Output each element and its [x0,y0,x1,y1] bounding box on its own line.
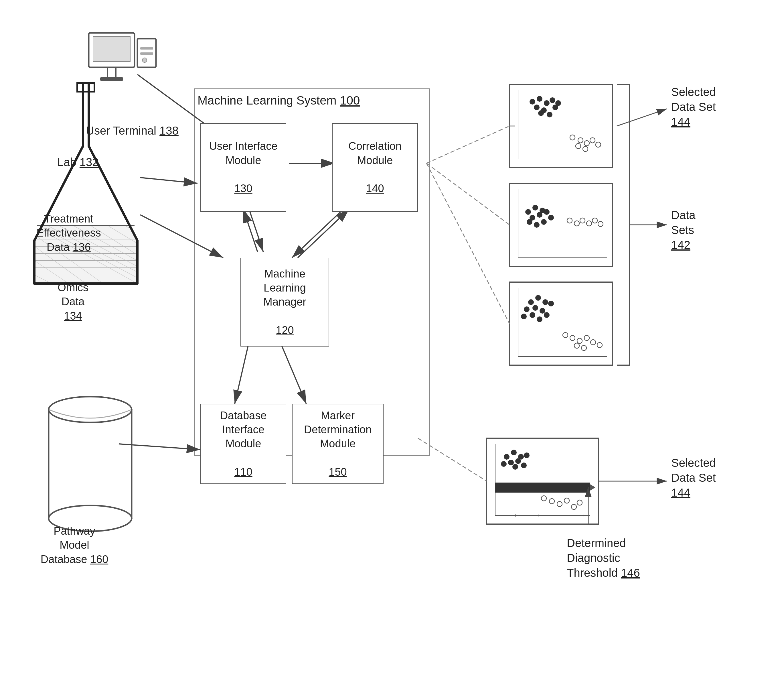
svg-point-47 [555,100,561,106]
svg-point-80 [535,295,541,301]
svg-point-89 [544,312,549,318]
svg-rect-35 [140,52,153,55]
svg-point-45 [549,97,555,103]
svg-point-61 [532,205,538,210]
svg-point-86 [529,312,535,318]
svg-line-133 [292,209,344,258]
svg-point-107 [501,461,507,467]
user-terminal-label: User Terminal 138 [86,123,179,138]
svg-point-41 [537,96,543,102]
svg-line-134 [298,209,349,258]
svg-point-79 [528,299,534,305]
svg-point-108 [512,464,518,470]
svg-rect-98 [487,438,598,524]
svg-point-42 [544,100,549,106]
svg-point-81 [543,299,548,305]
svg-text:Machine Learning System 100: Machine Learning System 100 [198,93,360,107]
selected-dataset-top-label: SelectedData Set144 [671,84,716,129]
svg-rect-32 [100,77,123,81]
svg-rect-110 [495,483,590,492]
svg-rect-57 [510,183,613,266]
diagnostic-threshold-label: DeterminedDiagnosticThreshold 146 [567,536,640,580]
svg-point-106 [524,452,529,458]
svg-rect-2 [77,83,95,92]
svg-point-87 [537,316,543,322]
svg-point-88 [521,313,527,319]
ml-manager-box: Machine Learning Manager 120 [240,258,329,346]
main-svg: Machine Learning System 100 [0,0,784,673]
db-interface-box: Database Interface Module 110 [201,404,286,484]
data-sets-label: DataSets142 [671,208,695,252]
svg-line-125 [140,178,198,183]
svg-rect-31 [107,67,116,77]
pathway-db-label: PathwayModelDatabase 160 [23,524,126,567]
svg-point-67 [541,219,547,225]
svg-point-43 [534,104,540,110]
lab-label: Lab 132 [57,155,99,170]
svg-point-40 [529,99,535,104]
svg-point-68 [534,222,540,227]
svg-line-137 [426,163,510,324]
svg-point-49 [547,112,552,117]
svg-line-136 [426,163,510,225]
svg-point-109 [521,463,527,468]
ui-module-box: User Interface Module 130 [201,123,286,212]
svg-rect-76 [510,282,613,365]
svg-line-138 [418,438,487,481]
svg-point-83 [540,308,545,313]
svg-point-102 [511,450,516,455]
svg-point-105 [515,458,521,464]
svg-line-129 [243,209,258,252]
svg-point-101 [504,454,510,460]
svg-point-85 [524,307,529,312]
svg-point-64 [537,212,543,218]
svg-rect-26 [49,410,132,518]
selected-dataset-bottom-label: SelectedData Set144 [671,455,716,500]
svg-point-48 [538,110,544,116]
svg-point-60 [525,209,531,215]
treatment-data-label: TreatmentEffectivenessData 136 [17,212,120,254]
svg-point-104 [508,460,514,465]
diagram-container: Machine Learning System 100 [0,0,784,673]
omics-data-label: OmicsData134 [27,280,119,323]
svg-rect-30 [93,36,130,62]
svg-point-84 [548,301,554,307]
svg-point-65 [544,209,549,215]
svg-point-69 [527,219,532,225]
svg-line-126 [140,215,223,258]
svg-rect-34 [140,47,153,50]
svg-point-66 [548,215,554,221]
svg-rect-37 [510,84,613,168]
svg-point-82 [532,305,538,311]
svg-line-128 [249,209,263,252]
svg-line-141 [617,109,667,126]
svg-line-135 [426,126,510,163]
svg-point-36 [142,58,147,62]
correlation-module-box: Correlation Module 140 [332,123,418,212]
marker-determination-box: Marker Determination Module 150 [292,404,384,484]
